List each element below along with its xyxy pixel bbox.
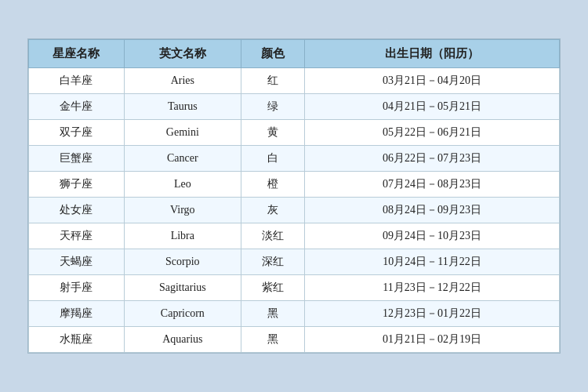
cell-color: 绿 bbox=[241, 94, 304, 120]
cell-cn: 射手座 bbox=[29, 275, 125, 301]
cell-en: Taurus bbox=[124, 94, 241, 120]
cell-en: Gemini bbox=[124, 120, 241, 146]
header-date: 出生日期（阳历） bbox=[305, 40, 560, 68]
cell-color: 黄 bbox=[241, 120, 304, 146]
table-body: 白羊座Aries红03月21日－04月20日金牛座Taurus绿04月21日－0… bbox=[29, 68, 560, 353]
cell-en: Sagittarius bbox=[124, 275, 241, 301]
cell-color: 紫红 bbox=[241, 275, 304, 301]
cell-date: 08月24日－09月23日 bbox=[305, 198, 560, 223]
cell-cn: 白羊座 bbox=[29, 68, 125, 94]
cell-color: 深红 bbox=[241, 249, 304, 275]
header-en: 英文名称 bbox=[124, 40, 241, 68]
table-row: 巨蟹座Cancer白06月22日－07月23日 bbox=[29, 146, 560, 172]
cell-date: 06月22日－07月23日 bbox=[305, 146, 560, 172]
cell-cn: 双子座 bbox=[29, 120, 125, 146]
cell-color: 灰 bbox=[241, 198, 304, 223]
cell-en: Cancer bbox=[124, 146, 241, 172]
cell-cn: 巨蟹座 bbox=[29, 146, 125, 172]
cell-cn: 处女座 bbox=[29, 198, 125, 223]
table-row: 狮子座Leo橙07月24日－08月23日 bbox=[29, 172, 560, 198]
cell-cn: 水瓶座 bbox=[29, 327, 125, 353]
cell-cn: 天蝎座 bbox=[29, 249, 125, 275]
cell-cn: 天秤座 bbox=[29, 223, 125, 249]
table-row: 金牛座Taurus绿04月21日－05月21日 bbox=[29, 94, 560, 120]
table-header-row: 星座名称 英文名称 颜色 出生日期（阳历） bbox=[29, 40, 560, 68]
table-row: 处女座Virgo灰08月24日－09月23日 bbox=[29, 198, 560, 223]
cell-date: 07月24日－08月23日 bbox=[305, 172, 560, 198]
cell-cn: 摩羯座 bbox=[29, 301, 125, 327]
cell-color: 淡红 bbox=[241, 223, 304, 249]
cell-color: 橙 bbox=[241, 172, 304, 198]
zodiac-table-container: 星座名称 英文名称 颜色 出生日期（阳历） 白羊座Aries红03月21日－04… bbox=[27, 38, 561, 354]
table-row: 摩羯座Capricorn黑12月23日－01月22日 bbox=[29, 301, 560, 327]
cell-color: 白 bbox=[241, 146, 304, 172]
cell-en: Aquarius bbox=[124, 327, 241, 353]
table-row: 天秤座Libra淡红09月24日－10月23日 bbox=[29, 223, 560, 249]
header-cn: 星座名称 bbox=[29, 40, 125, 68]
cell-date: 10月24日－11月22日 bbox=[305, 249, 560, 275]
cell-en: Libra bbox=[124, 223, 241, 249]
cell-cn: 金牛座 bbox=[29, 94, 125, 120]
table-row: 天蝎座Scorpio深红10月24日－11月22日 bbox=[29, 249, 560, 275]
cell-date: 12月23日－01月22日 bbox=[305, 301, 560, 327]
cell-date: 11月23日－12月22日 bbox=[305, 275, 560, 301]
cell-date: 01月21日－02月19日 bbox=[305, 327, 560, 353]
cell-en: Leo bbox=[124, 172, 241, 198]
cell-color: 黑 bbox=[241, 327, 304, 353]
cell-en: Virgo bbox=[124, 198, 241, 223]
cell-date: 09月24日－10月23日 bbox=[305, 223, 560, 249]
table-row: 白羊座Aries红03月21日－04月20日 bbox=[29, 68, 560, 94]
cell-date: 04月21日－05月21日 bbox=[305, 94, 560, 120]
cell-date: 05月22日－06月21日 bbox=[305, 120, 560, 146]
cell-en: Capricorn bbox=[124, 301, 241, 327]
cell-date: 03月21日－04月20日 bbox=[305, 68, 560, 94]
cell-en: Scorpio bbox=[124, 249, 241, 275]
cell-en: Aries bbox=[124, 68, 241, 94]
cell-color: 红 bbox=[241, 68, 304, 94]
header-color: 颜色 bbox=[241, 40, 304, 68]
cell-cn: 狮子座 bbox=[29, 172, 125, 198]
zodiac-table: 星座名称 英文名称 颜色 出生日期（阳历） 白羊座Aries红03月21日－04… bbox=[28, 39, 560, 353]
table-row: 水瓶座Aquarius黑01月21日－02月19日 bbox=[29, 327, 560, 353]
table-row: 射手座Sagittarius紫红11月23日－12月22日 bbox=[29, 275, 560, 301]
table-row: 双子座Gemini黄05月22日－06月21日 bbox=[29, 120, 560, 146]
cell-color: 黑 bbox=[241, 301, 304, 327]
